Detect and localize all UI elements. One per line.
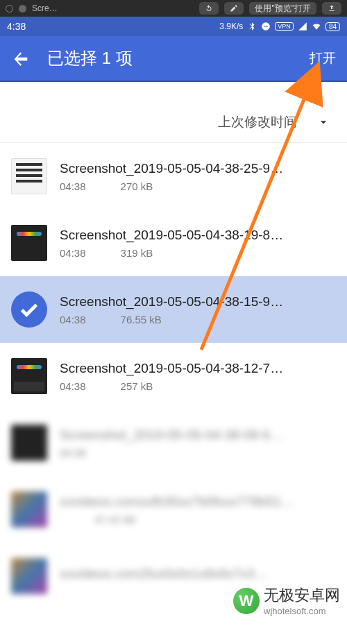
file-time: 04:38	[60, 180, 86, 192]
window-minimize-icon[interactable]	[19, 5, 26, 12]
toolbar-open-with-button[interactable]: 使用"预览"打开	[249, 2, 316, 15]
file-name: Screenshot_2019-05-05-04-38-08-6…	[60, 427, 336, 443]
file-list: Screenshot_2019-05-05-04-38-25-9…04:3827…	[0, 143, 347, 609]
file-row[interactable]: Screenshot_2019-05-05-04-38-19-8…04:3831…	[0, 210, 347, 276]
file-thumbnail	[11, 158, 47, 194]
file-name: Screenshot_2019-05-05-04-38-15-9…	[60, 294, 336, 310]
file-size: 319 kB	[121, 247, 153, 259]
window-tab-title: Scre…	[32, 3, 58, 13]
file-meta: xxvideos.com2fxx0x0x1x8x9x7x3…	[60, 566, 336, 586]
file-subline: 04:3876.55 kB	[60, 314, 336, 325]
wifi-icon	[312, 22, 321, 31]
vpn-badge: VPN	[275, 22, 294, 31]
file-meta: Screenshot_2019-05-05-04-38-19-8…04:3831…	[60, 228, 336, 259]
bluetooth-icon	[247, 22, 257, 31]
chevron-down-icon	[316, 115, 330, 129]
file-time: 04:38	[60, 314, 86, 325]
app-bar: 已选择 1 项 打开	[0, 36, 347, 82]
share-icon	[328, 4, 336, 12]
file-thumbnail	[11, 558, 47, 594]
file-size: 76.55 kB	[121, 314, 162, 325]
open-button[interactable]: 打开	[310, 49, 336, 67]
macos-window-chrome: Scre… 使用"预览"打开	[0, 0, 347, 17]
file-meta: xxvideos.comxxfb30xx7b0fxxx778b51…47.42 …	[60, 494, 336, 525]
open-with-label: 使用"预览"打开	[255, 3, 311, 15]
toolbar-markup-button[interactable]	[224, 2, 244, 15]
file-name: xxvideos.com2fxx0x0x1x8x9x7x3…	[60, 566, 336, 582]
window-close-icon[interactable]	[6, 5, 13, 12]
watermark-logo-icon: W	[233, 588, 260, 614]
file-thumbnail	[11, 358, 47, 394]
file-subline: 04:38	[60, 447, 336, 459]
file-meta: Screenshot_2019-05-05-04-38-15-9…04:3876…	[60, 294, 336, 325]
phone-screen: 4:38 3.9K/s VPN 84 已选择 1 项 打开 上次修改时间 Scr…	[0, 17, 347, 644]
rotate-icon	[205, 4, 213, 12]
back-arrow-icon	[11, 49, 31, 68]
battery-badge: 84	[325, 22, 340, 31]
file-size: 257 kB	[121, 380, 153, 392]
file-thumbnail	[11, 425, 47, 461]
file-subline: 04:38319 kB	[60, 247, 336, 259]
file-row[interactable]: Screenshot_2019-05-05-04-38-12-7…04:3825…	[0, 343, 347, 409]
file-name: xxvideos.comxxfb30xx7b0fxxx778b51…	[60, 494, 336, 509]
file-name: Screenshot_2019-05-05-04-38-19-8…	[60, 228, 336, 243]
status-time: 4:38	[7, 21, 219, 32]
file-size: 47.42 kB	[94, 514, 135, 525]
appbar-title: 已选择 1 项	[47, 47, 293, 69]
file-row[interactable]: Screenshot_2019-05-05-04-38-15-9…04:3876…	[0, 276, 347, 343]
file-meta: Screenshot_2019-05-05-04-38-08-6…04:38	[60, 427, 336, 459]
file-row[interactable]: xxvideos.comxxfb30xx7b0fxxx778b51…47.42 …	[0, 476, 347, 543]
file-meta: Screenshot_2019-05-05-04-38-12-7…04:3825…	[60, 361, 336, 392]
file-time: 04:38	[60, 447, 86, 459]
file-subline: 47.42 kB	[60, 514, 336, 525]
file-name: Screenshot_2019-05-05-04-38-25-9…	[60, 161, 336, 176]
status-net-speed: 3.9K/s	[219, 22, 243, 31]
file-thumbnail	[11, 491, 47, 527]
selected-check-icon	[11, 291, 47, 328]
file-subline: 04:38257 kB	[60, 380, 336, 392]
file-row[interactable]: Screenshot_2019-05-05-04-38-08-6…04:38	[0, 409, 347, 476]
file-subline: 04:38270 kB	[60, 180, 336, 192]
toolbar-rotate-button[interactable]	[199, 2, 219, 15]
file-size: 270 kB	[121, 180, 153, 192]
android-status-bar: 4:38 3.9K/s VPN 84	[0, 17, 347, 36]
file-time: 04:38	[60, 247, 86, 259]
file-time: 04:38	[60, 380, 86, 392]
file-meta: Screenshot_2019-05-05-04-38-25-9…04:3827…	[60, 161, 336, 192]
sort-row[interactable]: 上次修改时间	[0, 101, 347, 143]
file-row[interactable]: Screenshot_2019-05-05-04-38-25-9…04:3827…	[0, 143, 347, 210]
watermark-text: 无极安卓网	[264, 586, 340, 604]
pencil-icon	[230, 4, 238, 12]
dnd-icon	[261, 22, 271, 31]
watermark-url: wjhotelsoft.com	[264, 606, 340, 616]
watermark: W 无极安卓网 wjhotelsoft.com	[233, 585, 340, 616]
file-thumbnail	[11, 225, 47, 261]
file-name: Screenshot_2019-05-05-04-38-12-7…	[60, 361, 336, 376]
sort-label: 上次修改时间	[218, 113, 297, 131]
signal-icon	[298, 22, 307, 31]
back-button[interactable]	[11, 49, 31, 68]
toolbar-share-button[interactable]	[322, 2, 341, 15]
